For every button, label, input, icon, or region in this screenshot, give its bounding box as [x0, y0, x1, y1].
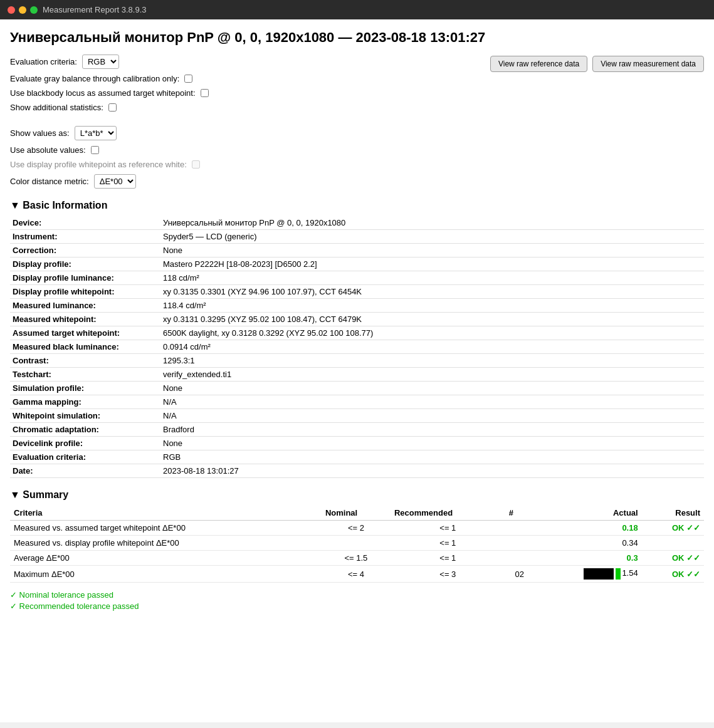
- basic-info-value: None: [160, 382, 704, 395]
- summary-header: ▼ Summary: [10, 489, 704, 501]
- summary-criteria: Maximum ΔE*00: [10, 566, 322, 583]
- blackbody-checkbox[interactable]: [201, 89, 209, 97]
- summary-actual: 0.18: [534, 521, 642, 536]
- titlebar: Measurement Report 3.8.9.3: [0, 0, 714, 19]
- basic-info-label: Simulation profile:: [10, 382, 160, 395]
- basic-info-row: Devicelink profile: None: [10, 437, 704, 450]
- color-distance-select[interactable]: ΔE*00: [94, 174, 136, 189]
- summary-recommended: <= 3: [391, 566, 505, 583]
- basic-info-value: Spyder5 — LCD (generic): [160, 230, 704, 244]
- basic-info-row: Display profile luminance: 118 cd/m²: [10, 271, 704, 285]
- show-values-select[interactable]: L*a*b*: [75, 126, 117, 140]
- basic-info-row: Assumed target whitepoint: 6500K dayligh…: [10, 326, 704, 340]
- basic-info-header: ▼ Basic Information: [10, 200, 704, 211]
- basic-info-label: Gamma mapping:: [10, 395, 160, 409]
- summary-actual: 0.34: [534, 536, 642, 551]
- summary-nominal: <= 2: [322, 521, 391, 536]
- basic-info-label: Device:: [10, 216, 160, 230]
- basic-info-row: Measured black luminance: 0.0914 cd/m²: [10, 340, 704, 354]
- summary-row: Maximum ΔE*00 <= 4 <= 3 02 1.54 OK ✓✓: [10, 566, 704, 583]
- traffic-lights: [8, 6, 38, 14]
- recommended-tolerance-text: ✓ Recommended tolerance passed: [10, 601, 704, 611]
- gray-balance-checkbox[interactable]: [184, 75, 192, 83]
- basic-info-row: Gamma mapping: N/A: [10, 395, 704, 409]
- evaluation-criteria-row: Evaluation criteria: RGB: [10, 55, 209, 69]
- col-hash: #: [505, 506, 534, 521]
- basic-info-label: Display profile luminance:: [10, 271, 160, 285]
- basic-info-label: Evaluation criteria:: [10, 450, 160, 464]
- view-measurement-data-button[interactable]: View raw measurement data: [592, 56, 704, 72]
- basic-info-value: verify_extended.ti1: [160, 368, 704, 382]
- evaluation-criteria-label: Evaluation criteria:: [10, 57, 77, 66]
- summary-nominal: [322, 536, 391, 551]
- basic-info-value: 118 cd/m²: [160, 271, 704, 285]
- col-nominal: Nominal: [322, 506, 391, 521]
- blackbody-label: Use blackbody locus as assumed target wh…: [10, 88, 196, 98]
- basic-info-row: Instrument: Spyder5 — LCD (generic): [10, 230, 704, 244]
- basic-info-label: Chromatic adaptation:: [10, 423, 160, 437]
- summary-row: Average ΔE*00 <= 1.5 <= 1 0.3 OK ✓✓: [10, 551, 704, 566]
- summary-hash: [505, 551, 534, 566]
- absolute-values-checkbox[interactable]: [91, 146, 99, 154]
- summary-hash: [505, 521, 534, 536]
- basic-info-value: xy 0.3131 0.3295 (XYZ 95.02 100 108.47),…: [160, 313, 704, 326]
- basic-info-value: 118.4 cd/m²: [160, 299, 704, 313]
- evaluation-criteria-select[interactable]: RGB: [82, 55, 119, 69]
- basic-info-row: Whitepoint simulation: N/A: [10, 409, 704, 423]
- basic-info-label: Whitepoint simulation:: [10, 409, 160, 423]
- summary-actual: 0.3: [534, 551, 642, 566]
- col-result: Result: [642, 506, 704, 521]
- basic-info-label: Assumed target whitepoint:: [10, 326, 160, 340]
- additional-stats-label: Show additional statistics:: [10, 103, 103, 112]
- basic-info-value: Mastero P2222H [18-08-2023] [D6500 2.2]: [160, 257, 704, 271]
- summary-criteria: Measured vs. display profile whitepoint …: [10, 536, 322, 551]
- summary-result: OK ✓✓: [642, 566, 704, 583]
- basic-info-value: N/A: [160, 409, 704, 423]
- left-controls: Evaluation criteria: RGB Evaluate gray b…: [10, 55, 209, 189]
- basic-info-label: Measured luminance:: [10, 299, 160, 313]
- basic-info-row: Display profile: Mastero P2222H [18-08-2…: [10, 257, 704, 271]
- col-criteria: Criteria: [10, 506, 322, 521]
- basic-info-label: Date:: [10, 464, 160, 478]
- summary-hash: 02: [505, 566, 534, 583]
- summary-result: [642, 536, 704, 551]
- basic-info-row: Evaluation criteria: RGB: [10, 450, 704, 464]
- basic-info-row: Device: Универсальный монитор PnP @ 0, 0…: [10, 216, 704, 230]
- basic-info-row: Display profile whitepoint: xy 0.3135 0.…: [10, 285, 704, 299]
- basic-info-row: Measured luminance: 118.4 cd/m²: [10, 299, 704, 313]
- summary-criteria: Measured vs. assumed target whitepoint Δ…: [10, 521, 322, 536]
- color-distance-row: Color distance metric: ΔE*00: [10, 174, 209, 189]
- controls-area: Evaluation criteria: RGB Evaluate gray b…: [10, 55, 704, 189]
- summary-actual: 1.54: [534, 566, 642, 583]
- close-button[interactable]: [8, 6, 15, 14]
- summary-hash: [505, 536, 534, 551]
- maximize-button[interactable]: [30, 6, 38, 14]
- additional-stats-checkbox[interactable]: [108, 103, 117, 112]
- basic-info-value: Универсальный монитор PnP @ 0, 0, 1920x1…: [160, 216, 704, 230]
- summary-criteria: Average ΔE*00: [10, 551, 322, 566]
- basic-info-label: Measured whitepoint:: [10, 313, 160, 326]
- right-buttons: View raw reference data View raw measure…: [490, 55, 704, 72]
- minimize-button[interactable]: [19, 6, 26, 14]
- basic-info-row: Correction: None: [10, 244, 704, 257]
- gray-balance-label: Evaluate gray balance through calibratio…: [10, 74, 179, 83]
- basic-info-value: Bradford: [160, 423, 704, 437]
- basic-info-value: RGB: [160, 450, 704, 464]
- display-profile-whitepoint-checkbox: [192, 160, 200, 169]
- show-values-row: Show values as: L*a*b*: [10, 126, 209, 140]
- basic-info-value: 2023-08-18 13:01:27: [160, 464, 704, 478]
- basic-info-label: Display profile whitepoint:: [10, 285, 160, 299]
- view-reference-data-button[interactable]: View raw reference data: [490, 56, 587, 72]
- basic-info-label: Contrast:: [10, 354, 160, 368]
- tolerance-footer: ✓ Nominal tolerance passed ✓ Recommended…: [10, 590, 704, 611]
- absolute-values-label: Use absolute values:: [10, 145, 86, 155]
- main-content: Универсальный монитор PnP @ 0, 0, 1920x1…: [0, 19, 714, 722]
- gray-balance-row: Evaluate gray balance through calibratio…: [10, 74, 209, 83]
- basic-info-row: Chromatic adaptation: Bradford: [10, 423, 704, 437]
- show-values-label: Show values as:: [10, 128, 70, 138]
- basic-info-row: Contrast: 1295.3:1: [10, 354, 704, 368]
- titlebar-title: Measurement Report 3.8.9.3: [43, 5, 146, 14]
- col-recommended: Recommended: [391, 506, 505, 521]
- nominal-tolerance-text: ✓ Nominal tolerance passed: [10, 590, 704, 600]
- summary-table: Criteria Nominal Recommended # Actual Re…: [10, 506, 704, 583]
